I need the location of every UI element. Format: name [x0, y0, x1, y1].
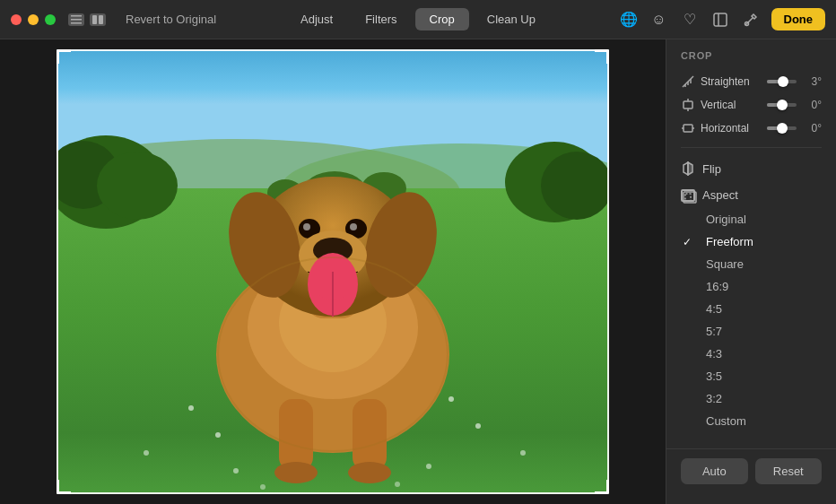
- flip-row[interactable]: Flip: [666, 155, 836, 182]
- svg-point-47: [426, 464, 431, 469]
- vertical-value: 0°: [802, 99, 822, 111]
- sidebar-toggle-button[interactable]: [68, 13, 84, 26]
- aspect-row[interactable]: Aspect: [666, 182, 836, 208]
- svg-rect-62: [685, 194, 691, 201]
- photo-container: [57, 49, 609, 494]
- checkmark-freeform: ✓: [683, 236, 695, 248]
- aspect-label: Aspect: [702, 188, 738, 202]
- vertical-icon: [681, 98, 695, 112]
- horizontal-icon: [681, 121, 695, 135]
- aspect-item-4-5[interactable]: 4:5: [666, 298, 836, 320]
- straighten-icon: [681, 74, 695, 89]
- svg-point-49: [260, 484, 266, 490]
- vertical-slider[interactable]: [767, 103, 797, 107]
- svg-point-46: [233, 468, 239, 474]
- svg-rect-2: [71, 22, 82, 24]
- auto-button[interactable]: Auto: [681, 458, 748, 484]
- straighten-value: 3°: [802, 75, 822, 88]
- tab-adjust[interactable]: Adjust: [286, 8, 347, 30]
- photo-canvas: [57, 49, 609, 494]
- titlebar: Revert to Original Adjust Filters Crop C…: [0, 0, 836, 39]
- right-panel: CROP Straighten 3°: [666, 39, 836, 504]
- traffic-lights: [11, 14, 56, 25]
- window-controls: [68, 13, 106, 26]
- svg-point-48: [395, 482, 400, 487]
- main-content: CROP Straighten 3°: [0, 39, 836, 504]
- horizontal-row: Horizontal 0°: [666, 117, 836, 140]
- svg-rect-24: [353, 399, 387, 471]
- photo-area: [0, 39, 666, 504]
- horizontal-value: 0°: [802, 122, 822, 135]
- aspect-icon: [681, 189, 695, 202]
- aspect-list: Original ✓ Freeform Square 16:9 4:5 5:7: [666, 208, 836, 436]
- straighten-slider[interactable]: [767, 80, 797, 83]
- tab-filters[interactable]: Filters: [351, 8, 411, 30]
- close-button[interactable]: [11, 14, 22, 25]
- svg-rect-23: [279, 399, 313, 471]
- aspect-item-freeform[interactable]: ✓ Freeform: [666, 230, 836, 253]
- svg-point-33: [303, 223, 310, 230]
- toolbar-right: 🌐 ☺ ♡ Done: [619, 8, 826, 30]
- divider-1: [681, 147, 822, 148]
- svg-rect-0: [71, 15, 82, 17]
- photo-image: [57, 49, 609, 494]
- frame-icon[interactable]: [710, 10, 730, 30]
- emoji-icon[interactable]: ☺: [649, 10, 669, 30]
- heart-icon[interactable]: ♡: [680, 10, 700, 30]
- nav-tabs: Adjust Filters Crop Clean Up: [286, 8, 550, 30]
- aspect-item-3-2[interactable]: 3:2: [666, 387, 836, 410]
- svg-point-41: [215, 432, 221, 438]
- svg-point-34: [350, 223, 357, 230]
- svg-rect-5: [714, 13, 727, 26]
- svg-point-14: [97, 152, 178, 220]
- straighten-row: Straighten 3°: [666, 70, 836, 93]
- svg-point-26: [348, 462, 391, 483]
- wrench-icon[interactable]: [741, 10, 761, 30]
- svg-point-44: [144, 450, 149, 456]
- straighten-label: Straighten: [701, 75, 762, 88]
- globe-icon[interactable]: 🌐: [619, 10, 639, 30]
- svg-point-25: [274, 462, 318, 483]
- svg-rect-4: [99, 15, 103, 24]
- panel-bottom: Auto Reset: [666, 448, 836, 493]
- horizontal-slider[interactable]: [767, 126, 797, 130]
- minimize-button[interactable]: [28, 14, 39, 25]
- vertical-label: Vertical: [701, 99, 762, 111]
- panel-section-title: CROP: [666, 50, 836, 70]
- aspect-item-original[interactable]: Original: [666, 208, 836, 230]
- done-button[interactable]: Done: [771, 8, 826, 30]
- view-toggle-button[interactable]: [90, 13, 106, 26]
- revert-to-original-button[interactable]: Revert to Original: [118, 9, 223, 30]
- reset-button[interactable]: Reset: [755, 458, 823, 484]
- svg-rect-3: [92, 15, 97, 24]
- aspect-item-custom[interactable]: Custom: [666, 410, 836, 432]
- tab-crop[interactable]: Crop: [415, 8, 469, 30]
- horizontal-label: Horizontal: [701, 122, 762, 135]
- svg-point-43: [475, 423, 481, 429]
- svg-rect-1: [71, 19, 82, 21]
- vertical-row: Vertical 0°: [666, 93, 836, 117]
- flip-icon: [681, 161, 695, 176]
- svg-rect-54: [684, 101, 692, 109]
- maximize-button[interactable]: [45, 14, 56, 25]
- aspect-item-square[interactable]: Square: [666, 253, 836, 275]
- aspect-item-5-7[interactable]: 5:7: [666, 320, 836, 343]
- aspect-item-16-9[interactable]: 16:9: [666, 275, 836, 298]
- svg-point-42: [448, 396, 454, 402]
- svg-point-40: [188, 405, 194, 411]
- tab-cleanup[interactable]: Clean Up: [473, 8, 550, 30]
- flip-label: Flip: [702, 162, 721, 176]
- svg-rect-57: [684, 125, 692, 132]
- aspect-item-4-3[interactable]: 4:3: [666, 343, 836, 365]
- svg-point-45: [520, 450, 526, 456]
- aspect-item-3-5[interactable]: 3:5: [666, 365, 836, 387]
